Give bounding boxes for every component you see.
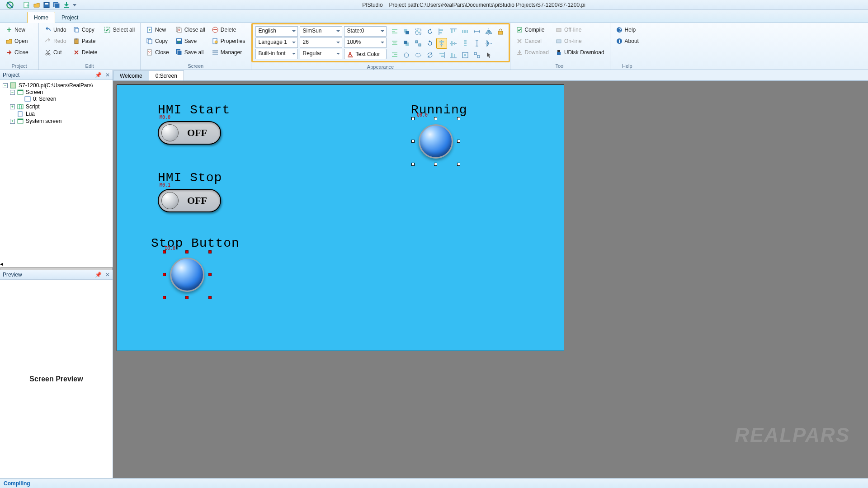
help-button[interactable]: ?Help: [613, 24, 642, 35]
qa-new-icon[interactable]: +: [23, 1, 31, 9]
project-tree[interactable]: −S7-1200.pi(C:\Users\RealPars\ −Screen 0…: [0, 80, 113, 261]
close-all-screens-button[interactable]: Close all: [173, 24, 208, 35]
online-button[interactable]: On-line: [552, 36, 607, 47]
tree-toggle-icon[interactable]: +: [10, 119, 15, 124]
about-button[interactable]: iAbout: [613, 36, 642, 47]
pin-icon[interactable]: 📌: [95, 72, 102, 78]
screen-properties-button[interactable]: Properties: [209, 36, 248, 47]
stop-button-lamp[interactable]: [170, 258, 204, 292]
language-slot-select[interactable]: Language 1: [255, 38, 298, 48]
compile-button[interactable]: Compile: [513, 24, 552, 35]
tree-toggle-icon[interactable]: +: [10, 104, 15, 109]
open-project-button[interactable]: Open: [3, 36, 31, 47]
tree-root[interactable]: S7-1200.pi(C:\Users\RealPars\: [19, 82, 93, 89]
tree-toggle-icon[interactable]: −: [3, 83, 8, 88]
refresh-icon[interactable]: [425, 50, 435, 61]
rotate-ccw-icon[interactable]: [425, 26, 435, 37]
qa-download-icon[interactable]: [62, 1, 71, 9]
select-all-button[interactable]: Select all: [101, 24, 137, 35]
delete-screen-button[interactable]: Delete: [209, 24, 248, 35]
new-screen-button[interactable]: New: [143, 24, 172, 35]
dist-h-icon[interactable]: [460, 26, 471, 37]
bring-front-icon[interactable]: [401, 26, 412, 37]
tab-home[interactable]: Home: [27, 12, 55, 23]
qa-open-icon[interactable]: [33, 1, 41, 9]
doc-tab-welcome[interactable]: Welcome: [113, 70, 149, 80]
copy-button[interactable]: Copy: [70, 24, 100, 35]
ellipse-dash-icon[interactable]: [413, 50, 424, 61]
delete-edit-button[interactable]: Delete: [70, 47, 100, 58]
text-color-button[interactable]: AText Color: [344, 49, 387, 59]
new-project-button[interactable]: New: [3, 24, 31, 35]
font-family-select[interactable]: SimSun: [300, 26, 342, 37]
tree-screen[interactable]: Screen: [26, 89, 43, 95]
close-screen-button[interactable]: Close: [143, 47, 172, 58]
lock-icon[interactable]: [495, 26, 506, 37]
tree-screen-0[interactable]: 0: Screen: [33, 96, 56, 102]
dist-v-icon[interactable]: [460, 38, 471, 49]
close-icon[interactable]: ✕: [105, 72, 110, 78]
unknown-tool2-icon[interactable]: [495, 50, 506, 61]
save-all-screens-button[interactable]: Save all: [173, 47, 208, 58]
tab-project[interactable]: Project: [55, 12, 85, 23]
undo-button[interactable]: Undo: [42, 24, 69, 35]
language-select[interactable]: English: [255, 26, 298, 37]
group-icon[interactable]: [413, 26, 424, 37]
state-select[interactable]: State:0: [344, 26, 387, 37]
save-screen-button[interactable]: Save: [173, 36, 208, 47]
center-canvas-icon[interactable]: [460, 50, 471, 61]
font-weight-select[interactable]: Regular: [300, 49, 342, 59]
align-right-icon[interactable]: [389, 50, 400, 61]
running-lamp[interactable]: [419, 124, 453, 159]
font-mode-select[interactable]: Built-in font: [255, 49, 298, 59]
qa-dropdown-icon[interactable]: [72, 1, 77, 9]
zoom-select[interactable]: 100%: [344, 38, 387, 48]
align-obj-right-icon[interactable]: [436, 50, 447, 61]
flip-h-icon[interactable]: [483, 26, 494, 37]
same-size-icon[interactable]: [472, 50, 482, 61]
align-center-icon[interactable]: [389, 38, 400, 49]
copy-screen-button[interactable]: Copy: [143, 36, 172, 47]
close-project-button[interactable]: Close: [3, 47, 31, 58]
offline-button[interactable]: Off-line: [552, 24, 607, 35]
align-obj-center-v-icon[interactable]: [448, 38, 459, 49]
cut-button[interactable]: Cut: [42, 47, 69, 58]
plus-icon: [5, 26, 13, 33]
unknown-tool-icon[interactable]: [495, 38, 506, 49]
circle-tool-icon[interactable]: [401, 50, 412, 61]
rotate-cw-icon[interactable]: [425, 38, 435, 49]
hmi-stop-toggle[interactable]: M0.1 OFF: [158, 189, 221, 212]
running-lamp-selection[interactable]: Q0.0: [413, 119, 458, 164]
udisk-download-button[interactable]: UDisk Download: [552, 47, 607, 58]
align-obj-center-h-icon[interactable]: [436, 38, 447, 49]
redo-button[interactable]: Redo: [42, 36, 69, 47]
font-size-select[interactable]: 26: [300, 38, 342, 48]
download-button[interactable]: Download: [513, 47, 552, 58]
page-new-icon: [146, 26, 153, 33]
same-height-icon[interactable]: [472, 38, 482, 49]
tree-script[interactable]: Script: [26, 103, 40, 110]
doc-tab-screen0[interactable]: 0:Screen: [149, 70, 184, 80]
hmi-canvas[interactable]: HMI Start M0.0 OFF HMI Stop M0.1 OFF Sto…: [117, 84, 564, 351]
align-obj-top-icon[interactable]: [448, 26, 459, 37]
align-obj-bottom-icon[interactable]: [448, 50, 459, 61]
same-width-icon[interactable]: [472, 26, 482, 37]
cancel-button[interactable]: Cancel: [513, 36, 552, 47]
stop-button-selection[interactable]: I0.0: [165, 252, 210, 297]
align-obj-left-icon[interactable]: [436, 26, 447, 37]
screen-manager-button[interactable]: Manager: [209, 47, 248, 58]
close-icon[interactable]: ✕: [105, 272, 110, 278]
tree-toggle-icon[interactable]: −: [10, 90, 15, 95]
pin-icon[interactable]: 📌: [95, 272, 102, 278]
qa-save-icon[interactable]: [42, 1, 51, 9]
align-left-icon[interactable]: [389, 26, 400, 37]
hmi-start-toggle[interactable]: M0.0 OFF: [158, 121, 221, 145]
send-back-icon[interactable]: [401, 38, 412, 49]
qa-saveall-icon[interactable]: [52, 1, 61, 9]
paste-button[interactable]: Paste: [70, 36, 100, 47]
flip-v-icon[interactable]: [483, 38, 494, 49]
pointer-icon[interactable]: [483, 50, 494, 61]
ungroup-icon[interactable]: [413, 38, 424, 49]
tree-system[interactable]: System screen: [26, 118, 61, 124]
tree-lua[interactable]: Lua: [26, 111, 35, 117]
